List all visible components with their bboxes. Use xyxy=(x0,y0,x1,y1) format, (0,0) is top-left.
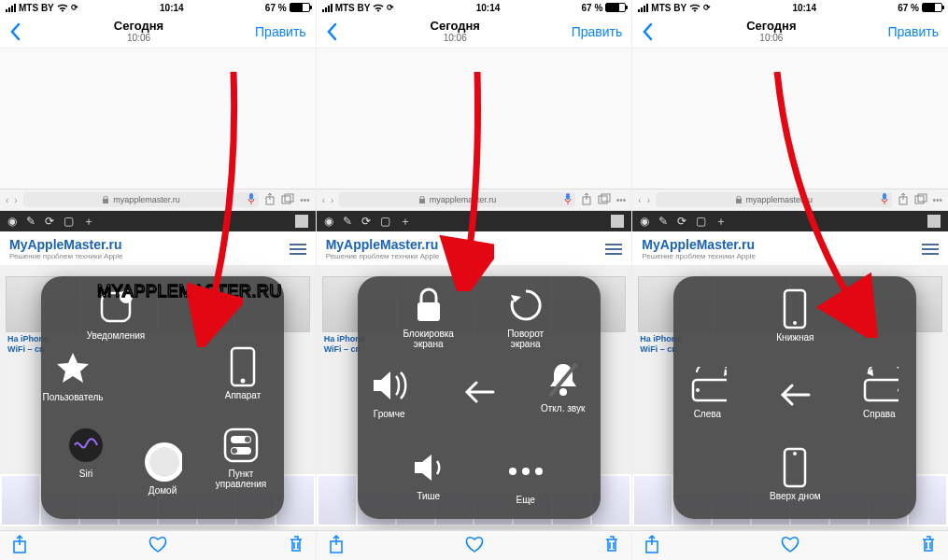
favorite-button[interactable] xyxy=(464,535,485,557)
carrier-label: MTS BY xyxy=(651,3,686,13)
site-title[interactable]: MyAppleMaster.ru xyxy=(326,237,440,252)
svg-point-24 xyxy=(559,388,567,396)
marker-icon[interactable] xyxy=(611,215,624,228)
favorite-button[interactable] xyxy=(148,535,168,557)
hamburger-icon[interactable] xyxy=(922,244,939,255)
battery-pct: 67 % xyxy=(582,3,603,13)
phone-portrait-icon xyxy=(775,289,814,329)
at-landscape-left[interactable]: Слева xyxy=(670,366,744,419)
eye-icon[interactable]: ◉ xyxy=(324,215,333,228)
refresh-icon[interactable]: ⟳ xyxy=(45,215,54,228)
back-chevron-icon[interactable] xyxy=(9,22,22,41)
edit-icon[interactable]: ✎ xyxy=(26,215,35,228)
site-title[interactable]: MyAppleMaster.ru xyxy=(9,237,123,252)
at-device[interactable]: Аппарат xyxy=(205,347,280,400)
safari-fwd-icon[interactable]: › xyxy=(331,195,333,205)
chat-icon[interactable]: ▢ xyxy=(64,215,74,228)
chat-icon[interactable]: ▢ xyxy=(380,215,390,228)
at-control-center[interactable]: Пункт управления xyxy=(204,426,278,489)
battery-icon xyxy=(605,3,626,12)
eye-icon[interactable]: ◉ xyxy=(640,215,649,228)
at-back[interactable] xyxy=(442,372,516,415)
tabs-icon[interactable] xyxy=(598,193,611,206)
refresh-icon[interactable]: ⟳ xyxy=(361,215,371,228)
share-button[interactable] xyxy=(644,534,660,558)
svg-point-28 xyxy=(535,468,543,475)
back-chevron-icon[interactable] xyxy=(326,22,339,41)
share-button[interactable] xyxy=(328,534,345,558)
at-user[interactable]: Пользователь xyxy=(35,349,110,402)
favorite-button[interactable] xyxy=(780,535,800,557)
hamburger-icon[interactable] xyxy=(290,244,306,255)
address-bar[interactable]: myapplemaster.ru xyxy=(23,192,259,207)
battery-pct: 67 % xyxy=(265,3,287,13)
signal-icon xyxy=(6,4,16,12)
share-icon[interactable] xyxy=(898,192,909,207)
at-upside-down[interactable]: Вверх дном xyxy=(757,448,832,501)
chat-icon[interactable]: ▢ xyxy=(696,215,706,228)
svg-point-11 xyxy=(149,447,179,477)
at-portrait[interactable]: Книжная xyxy=(757,289,832,343)
marker-icon[interactable] xyxy=(295,215,308,228)
marker-icon[interactable] xyxy=(927,215,941,228)
edit-button[interactable]: Править xyxy=(887,24,939,39)
at-landscape-right[interactable]: Справа xyxy=(842,366,916,419)
edit-button[interactable]: Править xyxy=(572,24,623,39)
more-icon[interactable]: ••• xyxy=(933,195,943,205)
safari-back-icon[interactable]: ‹ xyxy=(322,195,325,205)
safari-fwd-icon[interactable]: › xyxy=(14,195,17,205)
back-chevron-icon[interactable] xyxy=(642,22,655,41)
more-icon[interactable]: ••• xyxy=(300,195,310,205)
nav-title: Сегодня xyxy=(431,20,480,33)
mic-icon[interactable] xyxy=(881,193,888,206)
nav-bar: Сегодня10:06 Править xyxy=(317,15,632,49)
plus-icon[interactable]: ＋ xyxy=(715,214,727,230)
mic-icon[interactable] xyxy=(248,193,255,206)
address-bar[interactable]: myapplemaster.ru xyxy=(339,192,574,207)
dark-toolbar: ◉✎⟳▢＋ xyxy=(317,211,632,231)
at-more[interactable]: Еще xyxy=(488,452,563,505)
at-siri[interactable]: Siri xyxy=(49,426,123,479)
address-bar[interactable]: myapplemaster.ru xyxy=(656,192,891,207)
at-volume-up[interactable]: Громче xyxy=(352,366,427,419)
safari-back-icon[interactable]: ‹ xyxy=(6,195,8,205)
hamburger-icon[interactable] xyxy=(605,244,622,255)
delete-button[interactable] xyxy=(920,534,937,558)
refresh-icon[interactable]: ⟳ xyxy=(677,215,686,228)
edit-icon[interactable]: ✎ xyxy=(658,215,668,228)
battery-pct: 67 % xyxy=(898,3,919,13)
share-button[interactable] xyxy=(11,534,28,558)
eye-icon[interactable]: ◉ xyxy=(7,215,17,228)
svg-point-27 xyxy=(522,468,530,475)
tabs-icon[interactable] xyxy=(914,193,927,206)
delete-button[interactable] xyxy=(288,534,304,558)
lock-icon xyxy=(735,196,743,203)
plus-icon[interactable]: ＋ xyxy=(83,214,94,230)
site-title[interactable]: MyAppleMaster.ru xyxy=(642,237,756,252)
edit-icon[interactable]: ✎ xyxy=(343,215,352,228)
nav-bar: Сегодня10:06 Править xyxy=(632,15,948,49)
tabs-icon[interactable] xyxy=(281,193,294,206)
safari-back-icon[interactable]: ‹ xyxy=(638,195,641,205)
at-lock-screen[interactable]: Блокировка экрана xyxy=(391,286,466,349)
at-mute[interactable]: Откл. звук xyxy=(526,360,601,413)
home-circle-icon xyxy=(143,442,182,482)
share-icon[interactable] xyxy=(581,192,592,207)
wifi-icon xyxy=(373,4,384,12)
photos-toolbar xyxy=(317,530,632,560)
svg-rect-3 xyxy=(282,196,290,203)
more-icon[interactable]: ••• xyxy=(616,195,627,205)
switches-icon xyxy=(221,426,261,465)
plus-icon[interactable]: ＋ xyxy=(400,214,411,230)
at-home[interactable]: Домой xyxy=(125,442,200,496)
at-volume-down[interactable]: Тише xyxy=(391,448,466,501)
at-rotate[interactable]: Поворот экрана xyxy=(488,286,563,349)
svg-rect-0 xyxy=(103,199,108,203)
assistive-touch-rotate-menu: Книжная Слева Справа Вверх дном xyxy=(673,276,916,519)
safari-fwd-icon[interactable]: › xyxy=(647,195,650,205)
share-icon[interactable] xyxy=(264,192,276,207)
at-back[interactable] xyxy=(757,375,832,418)
edit-button[interactable]: Править xyxy=(255,24,306,39)
mic-icon[interactable] xyxy=(564,193,572,206)
delete-button[interactable] xyxy=(603,534,620,558)
